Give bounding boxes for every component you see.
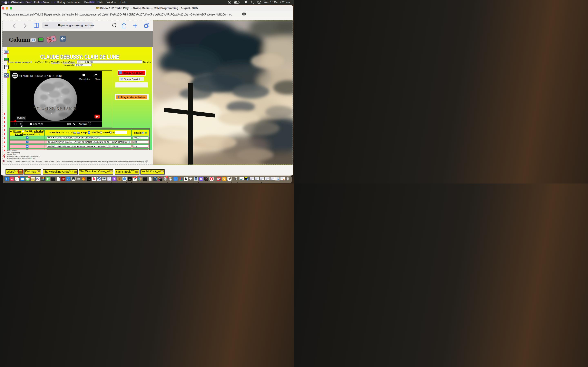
svg-text:IJ: IJ (159, 178, 160, 180)
svg-text:Fz: Fz (62, 178, 65, 180)
svg-text:3: 3 (14, 74, 16, 77)
svg-text:zoom: zoom (174, 178, 177, 180)
svg-text:BARS: BARS (52, 178, 53, 178)
svg-text:=tv: =tv (87, 178, 90, 180)
svg-text:B: B (108, 178, 110, 181)
svg-text:CC: CC (68, 123, 70, 125)
svg-text:15: 15 (134, 178, 136, 180)
